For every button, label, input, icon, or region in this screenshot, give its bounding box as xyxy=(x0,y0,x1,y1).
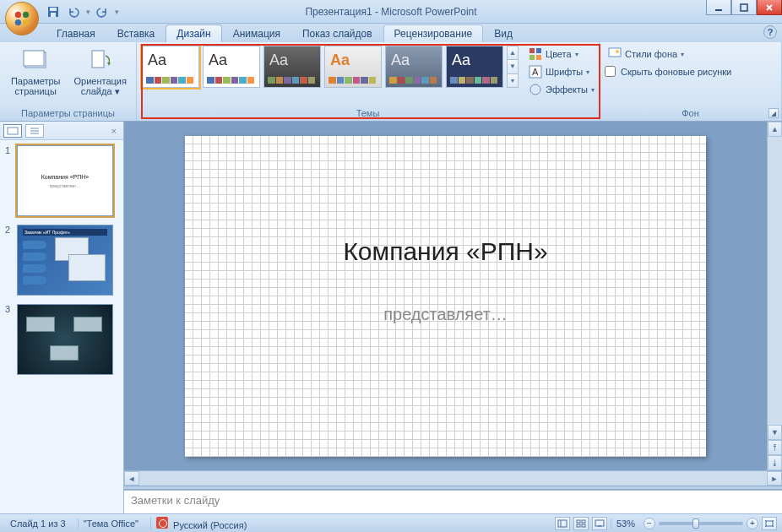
tab-view[interactable]: Вид xyxy=(483,24,524,42)
theme-office[interactable]: Aa xyxy=(142,46,199,88)
slide-thumb-2[interactable]: Заказчик «ИТ Профит» xyxy=(17,225,113,296)
tab-home[interactable]: Главная xyxy=(46,24,106,42)
svg-rect-11 xyxy=(92,51,104,68)
zoom-in-btn[interactable]: + xyxy=(747,518,758,529)
scroll-left[interactable]: ◄ xyxy=(124,471,139,486)
theme-2[interactable]: Aa xyxy=(203,46,260,88)
minimize-button[interactable] xyxy=(706,0,731,15)
normal-view-btn[interactable] xyxy=(555,517,570,530)
notes-pane[interactable]: Заметки к слайду xyxy=(124,490,782,513)
svg-rect-26 xyxy=(558,520,567,527)
svg-rect-13 xyxy=(536,48,541,53)
background-dialog-launcher[interactable]: ◢ xyxy=(768,108,779,118)
tab-slideshow[interactable]: Показ слайдов xyxy=(291,24,383,42)
svg-rect-6 xyxy=(51,13,56,17)
svg-point-21 xyxy=(616,50,619,53)
zoom-slider[interactable] xyxy=(659,522,743,525)
theme-4[interactable]: Aa xyxy=(324,46,382,88)
vertical-scrollbar[interactable]: ▲ ▼ ⭱ ⭳ xyxy=(767,122,782,470)
sorter-view-btn[interactable] xyxy=(573,517,589,530)
language-indicator[interactable]: Русский (Россия) xyxy=(150,517,252,530)
qat-customize[interactable]: ▾ xyxy=(113,3,120,21)
page-setup-group-label: Параметры страницы xyxy=(5,107,131,119)
office-button[interactable] xyxy=(5,2,39,35)
theme-colors-button[interactable]: Цвета▾ xyxy=(525,46,598,62)
slide-thumb-3[interactable] xyxy=(17,304,113,375)
slides-tab[interactable] xyxy=(3,124,22,138)
editor: Компания «РПН» представляет… ▲ ▼ ⭱ ⭳ ◄ ►… xyxy=(124,122,782,513)
prev-slide-btn[interactable]: ⭱ xyxy=(768,440,782,455)
themes-group-label: Темы xyxy=(142,107,594,119)
gallery-more[interactable]: ▾ xyxy=(508,74,518,87)
redo-button[interactable] xyxy=(93,3,111,21)
horizontal-scrollbar[interactable]: ◄ ► xyxy=(124,470,782,486)
bg-styles-label: Стили фона xyxy=(625,49,677,59)
thumb-num-2: 2 xyxy=(5,225,14,296)
hide-bg-graphics-checkbox[interactable]: Скрыть фоновые рисунки xyxy=(605,66,731,77)
svg-rect-12 xyxy=(529,48,535,53)
svg-rect-31 xyxy=(582,524,585,527)
spellcheck-icon xyxy=(156,517,168,529)
slide-canvas-area[interactable]: Компания «РПН» представляет… xyxy=(124,122,767,470)
svg-rect-10 xyxy=(24,51,44,66)
slide-title-text[interactable]: Компания «РПН» xyxy=(185,237,706,266)
theme-fonts-button[interactable]: A Шрифты▾ xyxy=(525,63,598,80)
fit-to-window-btn[interactable] xyxy=(762,517,777,530)
slide-thumb-1[interactable]: Компания «РПН» представляет… xyxy=(17,145,113,216)
scroll-down[interactable]: ▼ xyxy=(768,425,782,440)
theme-name[interactable]: "Тема Office" xyxy=(78,518,144,529)
panel-close[interactable]: × xyxy=(108,126,120,136)
svg-point-18 xyxy=(530,84,540,95)
thumb1-sub: представляет… xyxy=(50,183,81,188)
close-button[interactable] xyxy=(757,0,782,15)
quick-access-toolbar: ▾ ▾ xyxy=(44,3,120,21)
save-button[interactable] xyxy=(44,3,62,21)
theme-gallery: Aa Aa Aa Aa Aa xyxy=(142,46,519,88)
slide-panel: × 1 Компания «РПН» представляет… 2 xyxy=(0,122,124,513)
svg-rect-8 xyxy=(741,4,747,11)
gallery-down[interactable]: ▼ xyxy=(508,60,518,73)
zoom-out-btn[interactable]: − xyxy=(644,518,655,529)
slide-orientation-button[interactable]: Ориентация слайда ▾ xyxy=(69,46,131,99)
undo-dropdown[interactable]: ▾ xyxy=(84,3,91,21)
scroll-track-h[interactable] xyxy=(139,471,767,486)
tab-insert[interactable]: Вставка xyxy=(106,24,166,42)
slide-canvas[interactable]: Компания «РПН» представляет… xyxy=(185,136,706,457)
thumb-num-3: 3 xyxy=(5,304,14,375)
svg-rect-29 xyxy=(582,520,585,523)
tab-animations[interactable]: Анимация xyxy=(222,24,291,42)
zoom-percent[interactable]: 53% xyxy=(611,518,640,529)
svg-point-2 xyxy=(15,19,21,25)
theme-6[interactable]: Aa xyxy=(446,46,503,88)
slide-thumbnails: 1 Компания «РПН» представляет… 2 xyxy=(0,140,123,513)
theme-effects-button[interactable]: Эффекты▾ xyxy=(525,81,598,98)
gallery-up[interactable]: ▲ xyxy=(508,46,518,60)
outline-tab[interactable] xyxy=(25,124,44,138)
fonts-icon: A xyxy=(529,65,542,79)
effects-label: Эффекты xyxy=(546,84,588,95)
tab-review[interactable]: Рецензирование xyxy=(383,24,484,42)
theme-3[interactable]: Aa xyxy=(263,46,321,88)
slide-counter[interactable]: Слайд 1 из 3 xyxy=(5,518,71,529)
title-bar: ▾ ▾ Презентация1 - Microsoft PowerPoint xyxy=(0,0,782,24)
scroll-track-v[interactable] xyxy=(768,137,782,425)
zoom-knob[interactable] xyxy=(692,518,699,529)
tab-design[interactable]: Дизайн xyxy=(166,24,221,42)
slide-subtitle-text[interactable]: представляет… xyxy=(185,305,706,324)
undo-button[interactable] xyxy=(64,3,83,21)
status-bar: Слайд 1 из 3 "Тема Office" Русский (Росс… xyxy=(0,513,782,532)
theme-gallery-scroll: ▲ ▼ ▾ xyxy=(507,46,519,88)
hide-bg-label: Скрыть фоновые рисунки xyxy=(621,67,731,77)
next-slide-btn[interactable]: ⭳ xyxy=(768,455,782,470)
help-button[interactable]: ? xyxy=(763,25,777,39)
background-styles-button[interactable]: Стили фона▾ xyxy=(605,46,687,62)
panel-tabs: × xyxy=(0,122,123,140)
maximize-button[interactable] xyxy=(731,0,757,15)
scroll-right[interactable]: ► xyxy=(767,471,782,486)
scroll-up[interactable]: ▲ xyxy=(768,122,782,137)
svg-rect-32 xyxy=(595,520,604,526)
hide-bg-checkbox-input[interactable] xyxy=(605,66,616,77)
page-setup-button[interactable]: Параметры страницы xyxy=(5,46,66,98)
theme-5[interactable]: Aa xyxy=(385,46,443,88)
slideshow-view-btn[interactable] xyxy=(592,517,607,530)
